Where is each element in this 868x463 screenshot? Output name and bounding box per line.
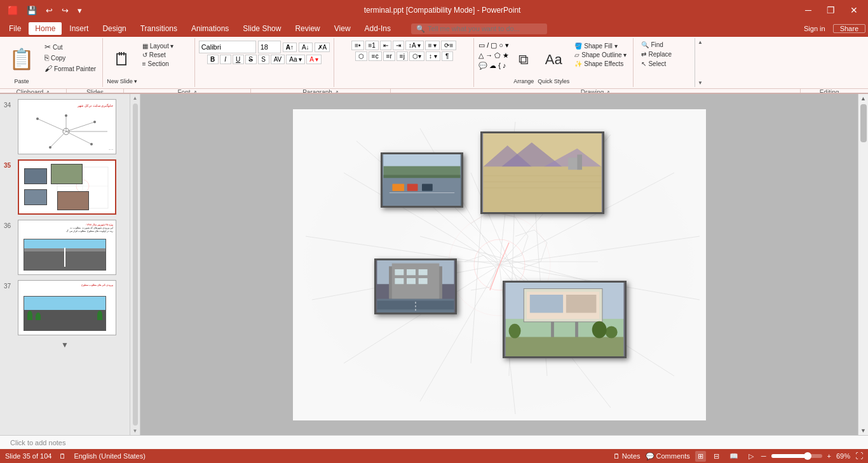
share-button[interactable]: Share	[833, 24, 865, 33]
line-spacing-button[interactable]: ↕ ▾	[426, 51, 440, 61]
arrow-shape[interactable]: →	[485, 51, 493, 60]
paragraph-spacing-button[interactable]: ¶	[442, 51, 453, 61]
italic-button[interactable]: I	[220, 55, 231, 64]
customize-qa-icon[interactable]: ▾	[75, 4, 85, 17]
normal-view-button[interactable]: ⊞	[695, 451, 706, 462]
menu-transitions[interactable]: Transitions	[134, 22, 184, 35]
menu-addins[interactable]: Add-Ins	[358, 22, 397, 35]
font-size-input[interactable]	[258, 41, 281, 53]
columns-button[interactable]: ⬡▾	[409, 51, 424, 61]
menu-home[interactable]: Home	[29, 22, 62, 35]
decrease-font-button[interactable]: A↓	[299, 43, 313, 52]
star-shape[interactable]: ★	[502, 51, 510, 60]
clear-format-button[interactable]: ✗A	[315, 43, 330, 52]
increase-indent-button[interactable]: ⇥	[393, 41, 404, 50]
section-button[interactable]: ≡ Section	[140, 60, 191, 68]
rect-shape[interactable]: ▭	[478, 41, 485, 50]
convert-smartart-button[interactable]: ⟳≡	[441, 41, 456, 50]
slides-label[interactable]: Slides	[67, 89, 124, 94]
bullets-button[interactable]: ≡•	[351, 41, 363, 50]
slidepanel-scroll-up[interactable]: ▲	[132, 94, 139, 102]
quick-styles-button[interactable]: Aa	[542, 41, 565, 78]
editing-label[interactable]: Editing	[801, 89, 858, 94]
slidepanel-scroll-down[interactable]: ▼	[132, 427, 139, 435]
paragraph-label[interactable]: Paragraph ↗	[251, 89, 391, 94]
shape-effects-button[interactable]: ✨ Shape Effects	[572, 60, 629, 68]
format-painter-button[interactable]: 🖌 Format Painter	[42, 64, 98, 74]
numbering-button[interactable]: ≡1	[365, 41, 379, 50]
font-label[interactable]: Font ↗	[124, 89, 251, 94]
slide-edit-area[interactable]	[140, 94, 858, 435]
arrange-button[interactable]: ⧉	[512, 41, 535, 78]
notes-button[interactable]: 🗒 Notes	[613, 452, 641, 460]
line-shape[interactable]: /	[486, 41, 489, 50]
shape-fill-button[interactable]: 🪣 Shape Fill ▾	[572, 42, 629, 50]
font-name-input[interactable]	[199, 41, 256, 53]
menu-review[interactable]: Review	[288, 22, 326, 35]
menu-design[interactable]: Design	[96, 22, 132, 35]
signin-button[interactable]: Sign in	[797, 25, 832, 32]
ribbon-scroll-down[interactable]: ▼	[695, 79, 705, 87]
find-button[interactable]: 🔍 Find	[639, 41, 689, 49]
drawing-label[interactable]: Drawing ↗	[391, 89, 801, 94]
ellipse-shape[interactable]: ○	[498, 41, 504, 50]
comments-button[interactable]: 💬 Comments	[646, 452, 690, 460]
triangle-shape[interactable]: △	[478, 51, 484, 60]
underline-button[interactable]: U	[233, 55, 244, 64]
decrease-indent-button[interactable]: ⇤	[380, 41, 391, 50]
new-slide-button[interactable]: 🗒	[108, 41, 136, 77]
more-shapes[interactable]: ▾	[505, 41, 510, 50]
right-scroll-down[interactable]: ▼	[858, 426, 868, 435]
shadow-button[interactable]: S	[258, 55, 269, 64]
reset-button[interactable]: ↺ Reset	[140, 51, 191, 59]
zoom-slider[interactable]	[771, 454, 822, 458]
slideshow-button[interactable]: ▷	[746, 451, 756, 462]
paste-button[interactable]: 📋	[4, 41, 39, 77]
notes-area[interactable]: Click to add notes	[0, 435, 868, 449]
slide-item-36[interactable]: 36 ویژه ۲۵ شهریور سال ۱۳۸۸: این ورودی شه…	[0, 217, 130, 278]
slide-photo-1[interactable]	[381, 152, 463, 208]
layout-button[interactable]: ▦ Layout ▾	[140, 42, 191, 50]
font-color-button[interactable]: A ▾	[306, 55, 322, 64]
save-icon[interactable]: 💾	[24, 4, 39, 17]
right-scroll-up[interactable]: ▲	[858, 94, 868, 103]
slide-photo-4[interactable]	[503, 281, 627, 358]
fit-slide-button[interactable]: ⛶	[855, 452, 863, 460]
menu-slideshow[interactable]: Slide Show	[236, 22, 287, 35]
menu-view[interactable]: View	[328, 22, 357, 35]
redo-icon[interactable]: ↪	[59, 4, 71, 17]
select-button[interactable]: ↖ Select	[639, 60, 689, 68]
slide-item-34[interactable]: 34 جلوگیری سایت در کل شهر	[0, 97, 130, 157]
search-input[interactable]	[428, 25, 542, 32]
ribbon-scroll-up[interactable]: ▲	[695, 38, 705, 46]
zoom-in-button[interactable]: +	[827, 452, 831, 460]
minimize-button[interactable]: ─	[800, 4, 817, 17]
slide-item-37[interactable]: 37 ورودی ثانی های مطلوب سطوح	[0, 278, 130, 338]
align-text-button[interactable]: ≡ ▾	[425, 41, 440, 50]
callout-shape[interactable]: 💬	[478, 61, 488, 70]
char-spacing-button[interactable]: AV	[271, 55, 285, 64]
zoom-out-button[interactable]: ─	[761, 452, 766, 460]
slide-sorter-button[interactable]: ⊟	[711, 451, 722, 462]
brace-shape[interactable]: {	[498, 61, 501, 70]
menu-animations[interactable]: Animations	[185, 22, 235, 35]
restore-button[interactable]: ❐	[822, 4, 840, 17]
shape-outline-button[interactable]: ▱ Shape Outline ▾	[572, 51, 629, 59]
slide-photo-3[interactable]	[374, 258, 457, 314]
menu-insert[interactable]: Insert	[63, 22, 95, 35]
clipboard-label[interactable]: Clipboard ↗	[0, 89, 67, 94]
cut-button[interactable]: ✂ Cut	[42, 42, 98, 52]
slide-photo-2[interactable]	[480, 131, 604, 214]
reading-view-button[interactable]: 📖	[727, 451, 741, 462]
justify-button[interactable]: ≡j	[397, 51, 408, 61]
rounded-rect-shape[interactable]: ▢	[490, 41, 498, 50]
align-left-button[interactable]: ⬡	[355, 51, 367, 61]
replace-button[interactable]: ⇄ Replace	[639, 50, 689, 58]
menu-file[interactable]: File	[3, 22, 27, 35]
text-direction-button[interactable]: ↕A ▾	[405, 41, 424, 50]
pentagon-shape[interactable]: ⬠	[494, 51, 501, 60]
music-shape[interactable]: ♪	[502, 61, 507, 70]
bold-button[interactable]: B	[207, 55, 219, 64]
strikethrough-button[interactable]: S	[245, 55, 257, 64]
center-button[interactable]: ≡c	[369, 51, 382, 61]
